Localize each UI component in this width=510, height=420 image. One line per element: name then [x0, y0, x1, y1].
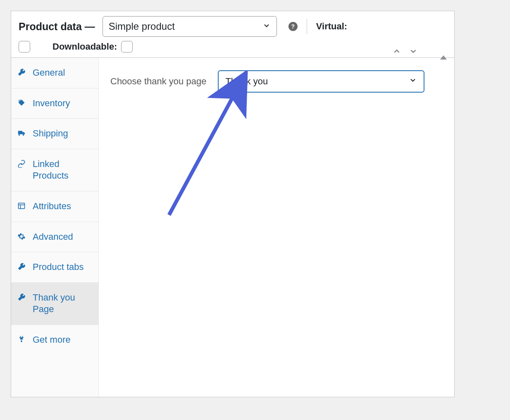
sidebar-item-label: Attributes [33, 200, 71, 212]
divider [307, 19, 307, 34]
virtual-label: Virtual: [316, 21, 347, 32]
wrench-icon [17, 262, 26, 271]
virtual-checkbox[interactable] [19, 41, 30, 52]
plug-icon [17, 335, 26, 344]
select-value: Thank you [225, 76, 268, 87]
sidebar-item-shipping[interactable]: Shipping [11, 119, 98, 149]
sidebar-item-linked-products[interactable]: Linked Products [11, 149, 98, 191]
sidebar-item-thank-you-page[interactable]: Thank you Page [11, 283, 98, 325]
downloadable-checkbox[interactable] [121, 41, 133, 52]
product-data-panel: Product data — Simple product ? Virtual:… [11, 11, 455, 397]
link-icon [17, 159, 26, 168]
wrench-icon [17, 68, 26, 77]
product-type-select[interactable]: Simple product [102, 16, 277, 37]
sidebar-item-label: Inventory [33, 98, 70, 110]
sidebar-item-label: Shipping [33, 128, 68, 140]
sidebar-item-label: Advanced [33, 231, 73, 243]
panel-controls [392, 47, 447, 57]
panel-body: General Inventory Shipping Linked Produc… [11, 58, 454, 397]
truck-icon [17, 129, 26, 138]
sidebar-item-advanced[interactable]: Advanced [11, 222, 98, 253]
tag-icon [17, 98, 26, 107]
chevron-down-icon[interactable] [409, 47, 418, 57]
chevron-down-icon [409, 76, 417, 87]
downloadable-label: Downloadable: [52, 41, 117, 52]
thank-you-field-row: Choose thank you page Thank you [110, 70, 443, 93]
sidebar-item-product-tabs[interactable]: Product tabs [11, 252, 98, 283]
sidebar-item-attributes[interactable]: Attributes [11, 191, 98, 222]
gear-icon [17, 232, 26, 241]
field-label: Choose thank you page [110, 76, 206, 87]
svg-rect-0 [19, 203, 25, 208]
panel-header: Product data — Simple product ? Virtual:… [11, 11, 454, 58]
panel-title: Product data — [19, 21, 95, 33]
arrow-annotation [165, 70, 256, 219]
content-area: Choose thank you page Thank you [99, 58, 454, 397]
sidebar-item-get-more[interactable]: Get more [11, 325, 98, 355]
product-type-value: Simple product [109, 21, 175, 32]
sidebar-item-label: General [33, 67, 65, 79]
list-icon [17, 201, 26, 210]
sidebar-item-general[interactable]: General [11, 58, 98, 88]
sidebar-item-label: Linked Products [33, 158, 93, 182]
chevron-up-icon[interactable] [392, 47, 401, 57]
sidebar-item-label: Thank you Page [33, 292, 93, 315]
sidebar-item-inventory[interactable]: Inventory [11, 88, 98, 119]
chevron-down-icon [262, 21, 271, 32]
thank-you-page-select[interactable]: Thank you [218, 70, 424, 93]
collapse-toggle-icon[interactable] [440, 49, 447, 55]
help-icon[interactable]: ? [288, 22, 298, 31]
sidebar-item-label: Get more [33, 334, 71, 346]
sidebar: General Inventory Shipping Linked Produc… [11, 58, 99, 397]
svg-line-3 [169, 89, 237, 215]
wrench-icon [17, 293, 26, 302]
sidebar-item-label: Product tabs [33, 261, 84, 273]
